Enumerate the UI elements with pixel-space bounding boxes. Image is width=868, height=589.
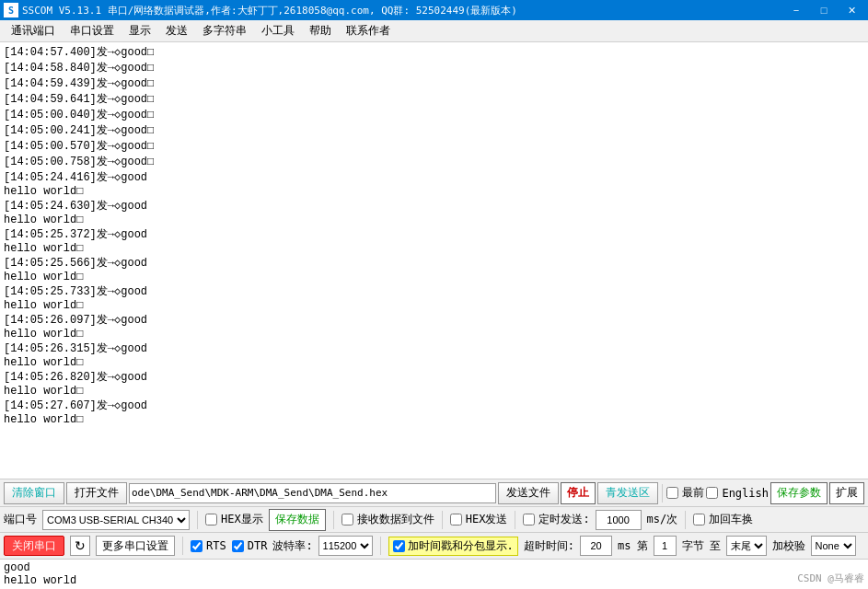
dtr-checkbox[interactable] [232, 540, 244, 552]
baud-label: 波特率: [272, 538, 312, 554]
menu-comm-port[interactable]: 通讯端口 [4, 20, 63, 41]
menu-multistring[interactable]: 多字符串 [195, 20, 254, 41]
recv-to-file-group[interactable]: 接收数据到文件 [341, 512, 434, 527]
menu-help[interactable]: 帮助 [302, 20, 339, 41]
port-select[interactable]: COM3 USB-SERIAL CH340 [42, 510, 190, 530]
separator7 [182, 537, 183, 555]
toolbar-row1: 清除窗口 打开文件 发送文件 停止 青发送区 最前 English 保存参数 扩… [0, 479, 868, 507]
menu-bar: 通讯端口 串口设置 显示 发送 多字符串 小工具 帮助 联系作者 [0, 20, 868, 42]
add-crlf-checkbox[interactable] [693, 514, 705, 525]
separator5 [515, 511, 515, 529]
file-path-input[interactable] [129, 483, 496, 503]
english-checkbox-group[interactable]: English [706, 487, 769, 500]
maximize-button[interactable]: □ [811, 2, 837, 18]
send-text-area: good hello world [0, 559, 868, 589]
console-output: [14:04:57.400]发→◇good□ [14:04:58.840]发→◇… [0, 42, 868, 479]
port-label: 端口号 [4, 512, 37, 527]
english-checkbox[interactable] [706, 487, 718, 499]
watermark: CSDN @马睿睿 [797, 572, 864, 585]
menu-contact[interactable]: 联系作者 [339, 20, 398, 41]
timed-send-unit: ms/次 [647, 512, 678, 527]
timeout-unit: ms [618, 539, 631, 552]
app-icon: S [4, 3, 18, 17]
separator2 [197, 511, 198, 529]
separator8 [380, 537, 381, 555]
bottom-area: 清除窗口 打开文件 发送文件 停止 青发送区 最前 English 保存参数 扩… [0, 479, 868, 589]
timed-send-group[interactable]: 定时发送: [523, 512, 589, 527]
menu-serial-settings[interactable]: 串口设置 [63, 20, 122, 41]
timed-send-checkbox[interactable] [523, 514, 535, 525]
separator4 [442, 511, 443, 529]
timed-send-input[interactable] [596, 510, 642, 530]
timeout-input[interactable] [580, 536, 612, 556]
recv-to-file-checkbox[interactable] [341, 514, 353, 525]
hex-send-group[interactable]: HEX发送 [450, 512, 508, 527]
hex-display-group[interactable]: HEX显示 [205, 512, 263, 527]
hex-send-checkbox[interactable] [450, 514, 462, 525]
title-text: SSCOM V5.13.1 串口/网络数据调试器,作者:大虾丁丁,2618058… [22, 4, 517, 17]
last-checkbox-group[interactable]: 最前 [666, 485, 704, 501]
separator1 [662, 484, 663, 502]
separator3 [333, 511, 334, 529]
refresh-button[interactable]: ↻ [70, 536, 90, 556]
expand-button[interactable]: 扩展 [829, 482, 864, 504]
save-data-button[interactable]: 保存数据 [269, 509, 326, 531]
resend-button[interactable]: 青发送区 [597, 482, 658, 504]
send-file-button[interactable]: 发送文件 [498, 482, 559, 504]
toolbar-row3: 关闭串口 关闭串口 ↻ 更多串口设置 RTS DTR 波特率: 115200 加… [0, 533, 868, 559]
menu-display[interactable]: 显示 [122, 20, 158, 41]
byte-label: 字节 [682, 538, 704, 554]
minimize-button[interactable]: − [783, 2, 809, 18]
dtr-group[interactable]: DTR [232, 539, 268, 552]
checksum-label: 加校验 [772, 538, 805, 554]
close-port-button[interactable]: 关闭串口 [4, 536, 64, 556]
time-pack-group[interactable]: 加时间戳和分包显示. [388, 537, 518, 556]
menu-tools[interactable]: 小工具 [254, 20, 302, 41]
close-button[interactable]: ✕ [839, 2, 864, 18]
last-checkbox[interactable] [666, 487, 678, 499]
menu-send[interactable]: 发送 [158, 20, 195, 41]
open-file-button[interactable]: 打开文件 [66, 482, 127, 504]
separator6 [685, 511, 686, 529]
save-param-button[interactable]: 保存参数 [770, 482, 827, 504]
title-bar: S SSCOM V5.13.1 串口/网络数据调试器,作者:大虾丁丁,26180… [0, 0, 868, 20]
hex-display-checkbox[interactable] [205, 514, 217, 525]
page-label: 第 [637, 538, 648, 554]
rts-group[interactable]: RTS [191, 539, 226, 552]
checksum-select[interactable]: None [811, 536, 856, 556]
page-input[interactable] [654, 536, 677, 556]
more-port-button[interactable]: 更多串口设置 [96, 536, 175, 556]
timeout-label: 超时时间: [524, 538, 574, 554]
to-label: 至 [710, 538, 721, 554]
clear-window-button[interactable]: 清除窗口 [4, 482, 64, 504]
add-crlf-group[interactable]: 加回车换 [693, 512, 753, 527]
stop-button[interactable]: 停止 [561, 482, 596, 504]
rts-checkbox[interactable] [191, 540, 203, 552]
time-pack-checkbox[interactable] [393, 540, 405, 552]
toolbar-row2: 端口号 COM3 USB-SERIAL CH340 HEX显示 保存数据 接收数… [0, 507, 868, 533]
end-select[interactable]: 末尾 [726, 536, 767, 556]
baud-select[interactable]: 115200 [318, 536, 373, 556]
